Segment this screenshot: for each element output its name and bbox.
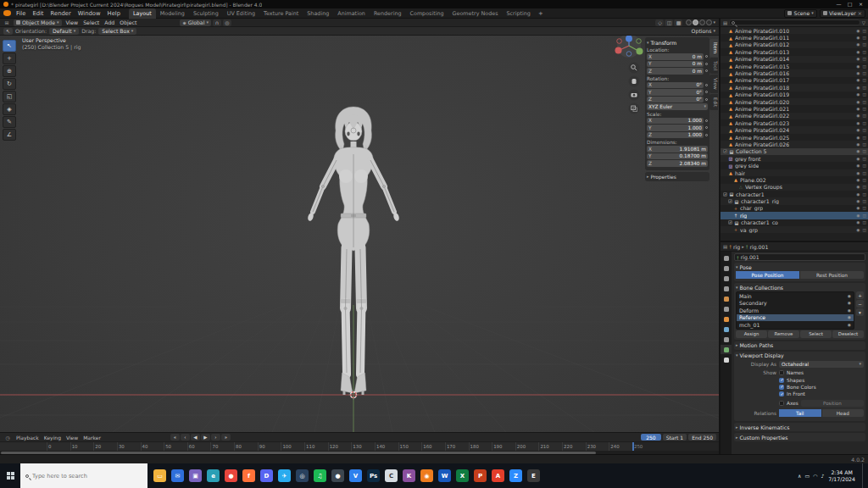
discord[interactable]: D [258, 463, 275, 488]
obs-studio[interactable]: ● [329, 463, 347, 488]
disable-render-toggle[interactable]: ◫ [862, 107, 866, 111]
disable-render-toggle[interactable]: ◫ [862, 136, 866, 140]
visibility-eye-icon[interactable]: ◉ [848, 301, 851, 305]
gizmo-y-neg[interactable] [637, 39, 642, 44]
timeline-ruler[interactable]: 0102030405060708090100110120130140150160… [0, 441, 719, 451]
blender-logo-icon[interactable] [3, 10, 11, 16]
close-button[interactable]: × [855, 0, 866, 8]
hide-viewport-toggle[interactable]: ◉ [856, 171, 860, 175]
photoshop[interactable]: Ps [364, 463, 382, 488]
firefox-browser[interactable]: f [240, 463, 258, 488]
blender[interactable]: ◉ [418, 463, 436, 488]
hide-viewport-toggle[interactable]: ◉ [856, 178, 860, 182]
disable-render-toggle[interactable]: ◫ [862, 206, 866, 210]
bone-collections-header[interactable]: Bone Collections [736, 284, 864, 291]
outliner-search-field[interactable] [729, 19, 860, 25]
show-gizmo-toggle[interactable]: ◇ [655, 19, 664, 26]
solid-shading[interactable] [693, 19, 698, 25]
acrobat[interactable]: A [489, 463, 507, 488]
gizmo-x-axis[interactable] [615, 47, 622, 54]
play-reverse-button[interactable]: ◀ [191, 434, 200, 441]
outliner-row[interactable]: ▨ grey front ◉◫ [721, 155, 868, 162]
clip-studio[interactable]: C [382, 463, 400, 488]
scale-tool[interactable]: ◱ [3, 91, 16, 103]
properties-panel-collapsed[interactable]: Properties [645, 172, 709, 181]
wifi-icon[interactable]: ◠ [813, 473, 817, 479]
animate-toggle-icon[interactable] [705, 63, 708, 65]
bone-collection-item[interactable]: mch_01◉ [737, 321, 854, 329]
viewport-menu-item[interactable]: Select [81, 19, 102, 25]
toggle-xray[interactable]: ▩ [674, 19, 682, 26]
workspace-tab[interactable]: Geometry Nodes [448, 8, 503, 19]
disable-render-toggle[interactable]: ◫ [862, 128, 866, 132]
hide-viewport-toggle[interactable]: ◉ [856, 228, 860, 232]
transform-panel-header[interactable]: Transform [647, 40, 708, 46]
disable-render-toggle[interactable]: ◫ [862, 78, 866, 82]
relations-toggle[interactable]: Tail [779, 409, 822, 417]
animate-toggle-icon[interactable] [705, 119, 708, 122]
tab-physics[interactable] [721, 324, 732, 334]
breadcrumb-data[interactable]: rig.001 [749, 244, 768, 250]
show-option-checkbox[interactable] [779, 391, 784, 396]
outliner-row[interactable]: ∴ Vertex Groups ◉◫ [721, 184, 868, 191]
hide-viewport-toggle[interactable]: ◉ [856, 42, 860, 47]
gizmo-y-axis[interactable] [637, 48, 643, 55]
collection-checkbox[interactable] [723, 149, 727, 153]
disable-render-toggle[interactable]: ◫ [862, 178, 866, 182]
tab-bone[interactable] [721, 355, 732, 364]
outliner-row[interactable]: ▲ Anime PirateGirl.026 ◉◫ [721, 141, 868, 147]
dimension-field[interactable]: X1.91081 m [647, 146, 708, 152]
menu-item[interactable]: Window [75, 8, 104, 19]
hidden-icons-chevron[interactable]: ∧ [798, 473, 801, 479]
animate-toggle-icon[interactable] [705, 126, 708, 129]
hide-viewport-toggle[interactable]: ◉ [856, 214, 860, 218]
location-field[interactable]: Y0 m [647, 61, 704, 68]
chrome-browser[interactable]: ● [222, 463, 240, 488]
disable-render-toggle[interactable]: ◫ [862, 57, 866, 61]
outliner-row[interactable]: ▲ Anime PirateGirl.010 ◉◫ [721, 27, 868, 34]
transform-tool[interactable]: ◈ [3, 103, 16, 115]
pose-panel-header[interactable]: Pose [736, 263, 864, 270]
outliner-row[interactable]: ▲ Anime PirateGirl.018 ◉◫ [721, 84, 868, 91]
navigation-gizmo[interactable] [615, 36, 643, 58]
hide-viewport-toggle[interactable]: ◉ [856, 199, 860, 203]
taskbar-search[interactable] [20, 463, 147, 488]
hide-viewport-toggle[interactable]: ◉ [856, 114, 860, 118]
disable-render-toggle[interactable]: ◫ [862, 192, 866, 197]
hide-viewport-toggle[interactable]: ◉ [856, 57, 860, 61]
hide-viewport-toggle[interactable]: ◉ [856, 92, 860, 97]
viewport-menu-item[interactable]: View [64, 19, 81, 25]
rotation-field[interactable]: Y0° [647, 89, 704, 96]
disable-render-toggle[interactable]: ◫ [862, 71, 866, 75]
outliner-row[interactable]: ▲ Anime PirateGirl.019 ◉◫ [721, 92, 868, 98]
jump-to-start-button[interactable]: « [170, 434, 180, 441]
timeline-menu-item[interactable]: Keying [42, 435, 64, 441]
tab-output[interactable] [721, 274, 732, 283]
volume-icon[interactable]: ♪ [821, 473, 824, 479]
disable-render-toggle[interactable]: ◫ [862, 114, 866, 118]
hide-viewport-toggle[interactable]: ◉ [856, 157, 860, 161]
scale-field[interactable]: Z1.000 [647, 132, 704, 139]
show-option-checkbox[interactable] [779, 370, 784, 375]
menu-item[interactable]: Render [47, 8, 75, 19]
rotate-tool[interactable]: ↻ [3, 78, 16, 90]
display-as-dropdown[interactable]: Octahedral [779, 361, 864, 369]
krita[interactable]: K [400, 463, 418, 488]
tab-object[interactable] [721, 314, 732, 324]
excel[interactable]: X [453, 463, 471, 488]
disable-render-toggle[interactable]: ◫ [862, 86, 866, 90]
proportional-editing-icon[interactable]: ◎ [223, 19, 231, 26]
move-tool[interactable]: ⊕ [3, 65, 16, 77]
id-name-field[interactable]: † rig.001 [734, 253, 865, 261]
hide-viewport-toggle[interactable]: ◉ [856, 149, 860, 153]
animate-toggle-icon[interactable] [705, 69, 708, 72]
hide-viewport-toggle[interactable]: ◉ [856, 36, 860, 40]
inverse-kinematics-header[interactable]: Inverse Kinematics [736, 424, 864, 430]
motion-paths-header[interactable]: Motion Paths [736, 342, 864, 349]
tab-tool[interactable] [721, 253, 732, 263]
viewport-display-header[interactable]: Viewport Display [736, 352, 864, 359]
maximize-button[interactable]: □ [844, 0, 855, 8]
shading-dropdown-icon[interactable] [713, 20, 715, 25]
hide-viewport-toggle[interactable]: ◉ [856, 192, 860, 197]
hide-viewport-toggle[interactable]: ◉ [856, 121, 860, 125]
